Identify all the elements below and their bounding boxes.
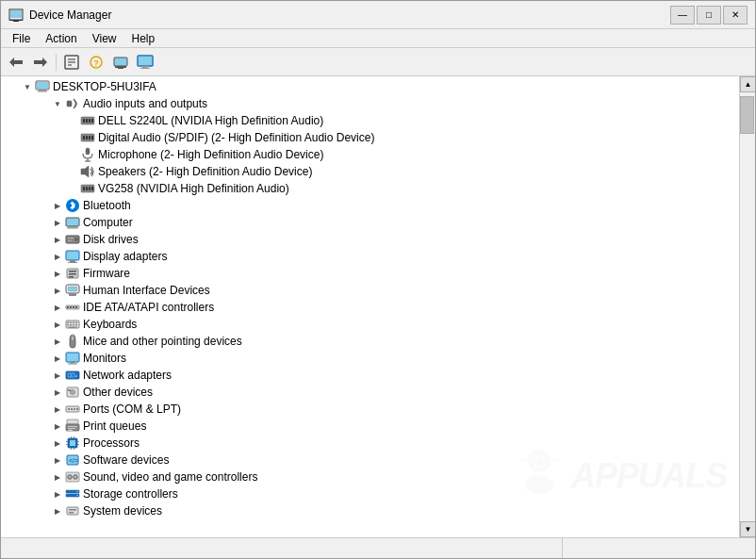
display-adapters-label: Display adapters	[83, 250, 167, 263]
rollback-button[interactable]	[109, 51, 132, 74]
svg-rect-95	[67, 419, 78, 424]
root-expand-icon[interactable]: ▼	[20, 79, 35, 94]
update-driver-button[interactable]: ?	[85, 51, 107, 74]
audio-expand-icon[interactable]: ▼	[50, 96, 65, 111]
monitors-icon	[65, 351, 80, 366]
storage-item[interactable]: ▶ Storage controllers	[1, 485, 739, 502]
svg-point-91	[68, 408, 70, 410]
svg-rect-23	[39, 90, 46, 91]
monitors-item[interactable]: ▶ Monitors	[1, 350, 739, 367]
svg-rect-32	[83, 136, 85, 140]
keyboards-expand[interactable]: ▶	[50, 317, 65, 332]
monitors-expand[interactable]: ▶	[50, 351, 65, 366]
maximize-button[interactable]: □	[697, 6, 721, 25]
speakers-icon	[80, 164, 95, 179]
scroll-up-button[interactable]: ▲	[740, 76, 755, 92]
forward-button[interactable]	[29, 51, 52, 74]
sound-expand[interactable]: ▶	[50, 469, 65, 485]
tree-root-item[interactable]: ▼ DESKTOP-5HU3IFA	[1, 78, 739, 95]
svg-text:?: ?	[93, 58, 99, 68]
svg-rect-15	[115, 66, 126, 68]
window-controls: — □ ✕	[670, 6, 748, 25]
firmware-expand[interactable]: ▶	[50, 266, 65, 281]
sound-item[interactable]: ▶ Sound, video and game controllers	[1, 469, 739, 485]
ide-expand[interactable]: ▶	[50, 300, 65, 315]
computer-expand[interactable]: ▶	[50, 215, 65, 230]
other-expand[interactable]: ▶	[50, 385, 65, 400]
audio-device-4[interactable]: ▶ Speakers (2- High Definition Audio Dev…	[1, 163, 739, 180]
svg-rect-98	[68, 428, 75, 429]
menu-view[interactable]: View	[85, 30, 124, 47]
network-expand[interactable]: ▶	[50, 368, 65, 383]
back-button[interactable]	[5, 51, 27, 74]
audio-device-1[interactable]: ▶ DELL S2240L (NVIDIA High Definition Au…	[1, 112, 739, 129]
svg-rect-52	[68, 240, 72, 241]
hid-expand[interactable]: ▶	[50, 283, 65, 298]
ports-item[interactable]: ▶ Ports (COM & LPT)	[1, 401, 739, 418]
storage-expand[interactable]: ▶	[50, 486, 65, 501]
processors-item[interactable]: ▶	[1, 435, 739, 452]
hid-item[interactable]: ▶ Human Interface Devices	[1, 282, 739, 299]
svg-rect-64	[67, 306, 69, 308]
scroll-down-button[interactable]: ▼	[740, 521, 755, 537]
menu-help[interactable]: Help	[124, 30, 163, 47]
other-devices-item[interactable]: ▶ Other devices	[1, 384, 739, 401]
menu-file[interactable]: File	[5, 30, 38, 47]
svg-rect-89	[68, 389, 71, 391]
scrollbar-thumb[interactable]	[740, 96, 754, 134]
svg-point-50	[74, 238, 78, 241]
print-queues-item[interactable]: ▶ Print queues	[1, 418, 739, 435]
tree-view[interactable]: ▼ DESKTOP-5HU3IFA ▼	[1, 76, 739, 537]
ide-icon	[65, 300, 80, 315]
svg-point-88	[71, 390, 75, 395]
software-devices-item[interactable]: ▶ </> Software devices	[1, 452, 739, 469]
audio-device-1-label: DELL S2240L (NVIDIA High Definition Audi…	[98, 114, 323, 127]
software-expand[interactable]: ▶	[50, 452, 65, 468]
svg-rect-71	[73, 322, 74, 324]
audio-category-item[interactable]: ▼ Audio inputs and outputs	[1, 95, 739, 112]
svg-rect-36	[86, 148, 90, 155]
svg-rect-19	[142, 66, 148, 68]
computer-item[interactable]: ▶ Computer	[1, 214, 739, 231]
disk-drives-label: Disk drives	[83, 233, 139, 246]
print-expand[interactable]: ▶	[50, 419, 65, 434]
monitor-button[interactable]	[134, 51, 156, 74]
disk-drives-item[interactable]: ▶ Disk drives	[1, 231, 739, 248]
display-expand[interactable]: ▶	[50, 249, 65, 264]
ide-item[interactable]: ▶ IDE ATA/ATAPI controllers	[1, 299, 739, 316]
menu-action[interactable]: Action	[38, 30, 84, 47]
keyboards-item[interactable]: ▶	[1, 316, 739, 333]
scrollbar-track-area[interactable]	[740, 92, 755, 521]
content-area: ▼ DESKTOP-5HU3IFA ▼	[1, 76, 755, 537]
ports-expand[interactable]: ▶	[50, 402, 65, 417]
properties-button[interactable]	[60, 51, 83, 74]
audio-device-3[interactable]: ▶ Microphone (2- High Definition Audio D…	[1, 146, 739, 163]
close-button[interactable]: ✕	[723, 6, 748, 25]
audio-device-2[interactable]: ▶ Digital Audio (S/PDIF) (2- High Defini…	[1, 129, 739, 146]
disk-expand[interactable]: ▶	[50, 232, 65, 247]
system-item[interactable]: ▶ System devices	[1, 502, 739, 519]
processors-expand[interactable]: ▶	[50, 436, 65, 451]
firmware-item[interactable]: ▶ Firmware	[1, 265, 739, 282]
svg-rect-53	[66, 251, 79, 260]
display-adapters-item[interactable]: ▶ Display adapters	[1, 248, 739, 265]
svg-rect-77	[69, 327, 77, 329]
svg-rect-55	[68, 262, 77, 263]
svg-rect-24	[38, 91, 47, 92]
firmware-label: Firmware	[83, 267, 130, 280]
svg-point-116	[74, 476, 76, 478]
system-expand[interactable]: ▶	[50, 503, 65, 518]
minimize-button[interactable]: —	[670, 6, 695, 25]
bluetooth-expand[interactable]: ▶	[50, 198, 65, 213]
device-manager-window: Device Manager — □ ✕ File Action View He…	[0, 0, 756, 559]
mice-item[interactable]: ▶ Mice and other pointing devices	[1, 333, 739, 350]
audio-device-5[interactable]: ▶ VG258 (NVIDIA High Definition Audio)	[1, 180, 739, 197]
network-item[interactable]: ▶ Network adapters	[1, 367, 739, 384]
svg-rect-109	[74, 448, 74, 450]
mice-expand[interactable]: ▶	[50, 334, 65, 349]
svg-rect-105	[77, 444, 79, 445]
bluetooth-item[interactable]: ▶ Bluetooth	[1, 197, 739, 214]
svg-rect-2	[9, 20, 23, 21]
hid-icon	[65, 283, 80, 298]
scrollbar[interactable]: ▲ ▼	[739, 76, 755, 537]
